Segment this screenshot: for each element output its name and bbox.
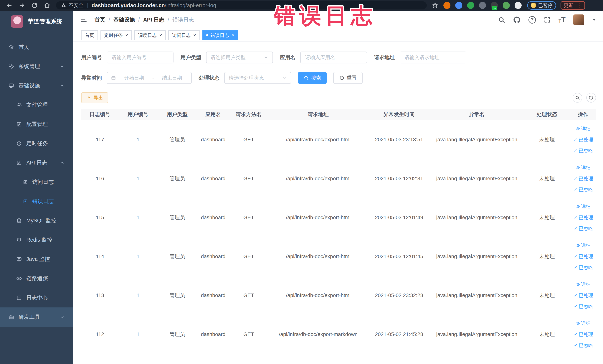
close-tab-icon[interactable]: × [125,33,128,38]
tab-错误日志[interactable]: 错误日志× [202,30,238,40]
reset-button-label: 重置 [347,75,357,81]
sidebar-item-基础设施[interactable]: 基础设施 [0,76,73,95]
detail-link[interactable]: 详细 [576,320,591,327]
address-bar[interactable]: 不安全 | dashboard.yudao.iocoder.cn /infra/… [56,1,427,10]
cell-app_name: dashboard [197,315,230,354]
app-name-input[interactable] [300,52,367,63]
tab-调度日志[interactable]: 调度日志× [134,30,166,40]
reset-button[interactable]: 重置 [333,72,363,84]
help-icon[interactable]: ? [529,16,536,23]
close-tab-icon[interactable]: × [159,33,162,38]
tab-访问日志[interactable]: 访问日志× [168,30,200,40]
sidebar-item-研发工具[interactable]: 研发工具 [0,307,73,327]
mark-ignored-link[interactable]: 已忽略 [573,147,593,154]
detail-link[interactable]: 详细 [576,164,591,171]
sidebar-item-mysql-监控[interactable]: MySQL 监控 [0,211,73,230]
sidebar-item-定时任务[interactable]: 定时任务 [0,134,73,153]
browser-forward-icon[interactable] [19,2,25,9]
request-url-input[interactable] [400,52,466,63]
breadcrumb-item-home[interactable]: 首页 [94,16,105,23]
detail-link[interactable]: 详细 [576,242,591,249]
mark-processed-link[interactable]: 已处理 [573,253,593,260]
sidebar-item-错误日志[interactable]: 错误日志 [0,192,73,211]
sidebar-item-文件管理[interactable]: 文件管理 [0,95,73,115]
font-size-icon[interactable]: TT [558,16,566,23]
refresh-table-button[interactable] [586,93,596,103]
mark-ignored-link[interactable]: 已忽略 [573,303,593,310]
start-date-placeholder[interactable]: 开始日期 [119,75,150,81]
cell-id: 112 [81,315,119,354]
blue-shield-extension-icon[interactable] [455,2,462,9]
browser-update-button[interactable]: 更新 ⋮ [561,1,585,10]
green-circle-extension-icon[interactable] [467,2,474,9]
detail-link[interactable]: 详细 [576,203,591,210]
browser-reload-icon[interactable] [31,2,38,9]
detail-link[interactable]: 详细 [576,281,591,288]
column-header-用户类型: 用户类型 [157,109,197,120]
leaf-extension-icon[interactable] [503,2,510,9]
mark-ignored-link[interactable]: 已忽略 [573,342,593,349]
cell-method: GET [230,159,268,198]
mark-ignored-link[interactable]: 已忽略 [573,186,593,193]
mark-processed-link[interactable]: 已处理 [573,331,593,338]
tab-label: 错误日志 [210,32,229,38]
bookmark-star-icon[interactable] [432,2,438,9]
sidebar-item-访问日志[interactable]: 访问日志 [0,172,73,192]
tab-首页[interactable]: 首页 [81,30,98,40]
proxy-extension-icon[interactable]: on [491,2,498,9]
detail-link[interactable]: 详细 [576,126,591,132]
action-label: 详细 [581,203,591,210]
sidebar-item-链路追踪[interactable]: 链路追踪 [0,269,73,288]
sidebar-item-java-监控[interactable]: Java 监控 [0,250,73,269]
user-type-select[interactable]: 请选择用户类型 [206,52,273,63]
tab-label: 定时任务 [104,32,123,38]
puzzle-extension-icon[interactable] [515,2,522,9]
security-label[interactable]: 不安全 [69,2,84,9]
paused-extension-pill[interactable]: 已暂停 [527,1,556,10]
sidebar-item-redis-监控[interactable]: Redis 监控 [0,230,73,250]
mark-processed-link[interactable]: 已处理 [573,214,593,221]
mark-ignored-link[interactable]: 已忽略 [573,264,593,271]
github-icon[interactable] [513,16,521,24]
chevron-up-icon [60,83,65,88]
url-host[interactable]: dashboard.yudao.iocoder.cn [92,2,165,9]
date-range-picker[interactable]: 开始日期 - 结束日期 [107,72,192,84]
sidebar-item-日志中心[interactable]: 日志中心 [0,288,73,307]
mark-processed-link[interactable]: 已处理 [573,137,593,143]
search-button[interactable]: 搜索 [298,72,327,84]
mark-processed-link[interactable]: 已处理 [573,292,593,299]
sidebar-item-配置管理[interactable]: 配置管理 [0,115,73,134]
browser-menu-icon[interactable]: ⋮ [576,3,582,8]
breadcrumb-item-infra[interactable]: 基础设施 [114,16,135,23]
sidebar-toggle-icon[interactable] [80,16,88,23]
breadcrumb-item-api-log[interactable]: API 日志 [143,16,164,23]
close-tab-icon[interactable]: × [193,33,196,38]
sidebar-logo-row[interactable]: 芋道管理系统 [0,11,73,32]
user-id-input[interactable] [107,52,174,63]
fullscreen-icon[interactable] [544,16,551,23]
user-avatar[interactable] [573,14,584,25]
browser-home-icon[interactable] [44,2,50,9]
tab-定时任务[interactable]: 定时任务× [101,30,132,40]
mark-ignored-link[interactable]: 已忽略 [573,225,593,232]
extensions-row: on [443,2,522,9]
orange-ring-extension-icon[interactable] [443,2,451,9]
export-button[interactable]: 导出 [81,92,108,103]
header-search-icon[interactable] [498,16,505,23]
grid-extension-icon[interactable] [479,2,486,9]
sidebar-item-首页[interactable]: 首页 [0,37,73,57]
sidebar-item-api-日志[interactable]: API 日志 [0,153,73,172]
sidebar-item-系统管理[interactable]: 系统管理 [0,57,73,76]
action-label: 已处理 [579,253,593,260]
url-path[interactable]: /infra/log/api-error-log [165,2,216,9]
process-status-select[interactable]: 请选择处理状态 [224,72,291,84]
chevron-down-icon[interactable] [592,17,597,22]
end-date-placeholder[interactable]: 结束日期 [157,75,188,81]
browser-back-icon[interactable] [6,2,13,9]
security-warning-icon[interactable] [61,3,66,8]
mark-processed-link[interactable]: 已处理 [573,176,593,182]
close-tab-icon[interactable]: × [232,33,234,38]
toggle-search-button[interactable] [573,93,582,103]
cell-user_id: 1 [119,237,157,276]
action-label: 已忽略 [579,186,593,193]
